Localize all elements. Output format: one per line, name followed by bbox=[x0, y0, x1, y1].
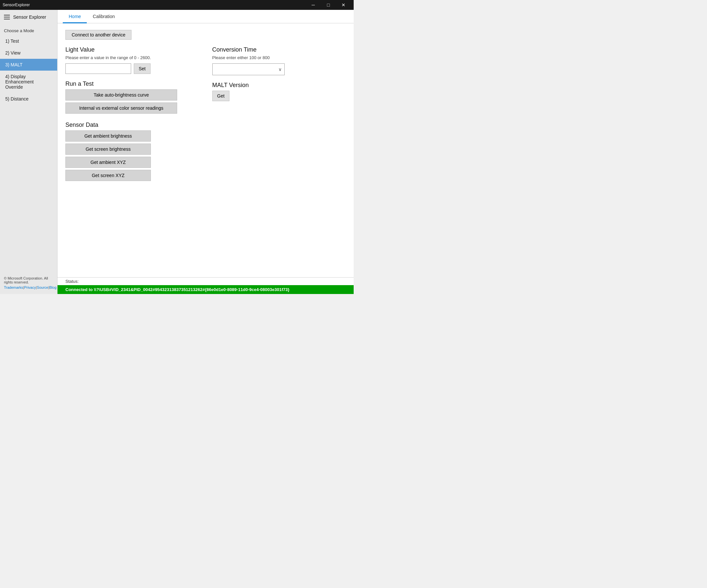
hamburger-line-1 bbox=[4, 15, 10, 15]
get-ambient-brightness-button[interactable]: Get ambient brightness bbox=[65, 131, 151, 142]
blog-link[interactable]: Blog bbox=[49, 286, 57, 289]
conversion-time-select[interactable]: ∨ bbox=[212, 63, 284, 75]
sidebar-header: Sensor Explorer bbox=[0, 10, 57, 24]
content-area: Connect to another device Light Value Pl… bbox=[58, 23, 354, 277]
status-label: Status: bbox=[58, 278, 354, 285]
light-value-desc: Please enter a value in the range of 0 -… bbox=[65, 55, 199, 60]
sensor-data-section: Sensor Data Get ambient brightness Get s… bbox=[65, 121, 199, 181]
conversion-time-title: Conversion Time bbox=[212, 46, 346, 53]
hamburger-icon[interactable] bbox=[4, 15, 10, 20]
get-screen-xyz-button[interactable]: Get screen XYZ bbox=[65, 170, 151, 181]
malt-version-title: MALT Version bbox=[212, 82, 346, 89]
status-connected: Connected to \\?\USB#VID_2341&PID_0042#9… bbox=[58, 285, 354, 294]
sidebar-item-test[interactable]: 1) Test bbox=[0, 35, 57, 47]
sidebar-footer: © Microsoft Corporation. All rights rese… bbox=[0, 272, 57, 294]
connect-button[interactable]: Connect to another device bbox=[65, 30, 132, 40]
sidebar-item-malt[interactable]: 3) MALT bbox=[0, 59, 57, 71]
sidebar-section-label: Choose a Mode bbox=[0, 24, 57, 35]
trademarks-link[interactable]: Trademarks bbox=[4, 286, 23, 289]
tab-home[interactable]: Home bbox=[63, 10, 87, 23]
malt-version-get-button[interactable]: Get bbox=[212, 91, 230, 101]
conversion-time-section: Conversion Time Please enter either 100 … bbox=[212, 46, 346, 75]
sensor-data-title: Sensor Data bbox=[65, 121, 199, 128]
two-column-layout: Light Value Please enter a value in the … bbox=[65, 46, 346, 188]
minimize-button[interactable]: ─ bbox=[306, 0, 321, 10]
close-button[interactable]: ✕ bbox=[336, 0, 351, 10]
auto-brightness-button[interactable]: Take auto-brightness curve bbox=[65, 89, 177, 101]
sidebar-item-view[interactable]: 2) View bbox=[0, 47, 57, 59]
status-bar: Status: Connected to \\?\USB#VID_2341&PI… bbox=[58, 277, 354, 294]
source-link[interactable]: Source bbox=[37, 286, 48, 289]
light-value-row: Set bbox=[65, 63, 199, 74]
copyright: © Microsoft Corporation. All rights rese… bbox=[4, 276, 53, 284]
hamburger-line-3 bbox=[4, 19, 10, 20]
light-value-section: Light Value Please enter a value in the … bbox=[65, 46, 199, 74]
sidebar-title: Sensor Explorer bbox=[13, 14, 46, 20]
get-screen-brightness-button[interactable]: Get screen brightness bbox=[65, 144, 151, 155]
color-sensor-button[interactable]: Internal vs external color sensor readin… bbox=[65, 103, 177, 114]
title-bar-left: SensorExplorer bbox=[3, 3, 30, 7]
col-left: Light Value Please enter a value in the … bbox=[65, 46, 199, 188]
title-bar: SensorExplorer ─ □ ✕ bbox=[0, 0, 354, 10]
light-value-input[interactable] bbox=[65, 63, 131, 74]
tab-calibration[interactable]: Calibration bbox=[87, 10, 121, 23]
sidebar-item-display[interactable]: 4) Display Enhancement Override bbox=[0, 71, 57, 93]
maximize-button[interactable]: □ bbox=[321, 0, 336, 10]
main-content: Home Calibration Connect to another devi… bbox=[58, 10, 354, 294]
tab-bar: Home Calibration bbox=[58, 10, 354, 23]
app-container: Sensor Explorer Choose a Mode 1) Test 2)… bbox=[0, 10, 354, 294]
conversion-time-desc: Please enter either 100 or 800 bbox=[212, 55, 346, 60]
malt-version-section: MALT Version Get bbox=[212, 82, 346, 101]
sidebar-item-distance[interactable]: 5) Distance bbox=[0, 93, 57, 105]
run-test-section: Run a Test Take auto-brightness curve In… bbox=[65, 80, 199, 114]
hamburger-line-2 bbox=[4, 17, 10, 17]
light-value-title: Light Value bbox=[65, 46, 199, 53]
set-button[interactable]: Set bbox=[134, 63, 150, 74]
app-title: SensorExplorer bbox=[3, 3, 30, 7]
privacy-link[interactable]: Privacy bbox=[24, 286, 36, 289]
chevron-down-icon: ∨ bbox=[278, 67, 282, 72]
run-test-title: Run a Test bbox=[65, 80, 199, 87]
sidebar-links: Trademarks | Privacy | Source | Blog bbox=[4, 286, 53, 289]
col-right: Conversion Time Please enter either 100 … bbox=[212, 46, 346, 188]
sidebar: Sensor Explorer Choose a Mode 1) Test 2)… bbox=[0, 10, 58, 294]
title-bar-controls: ─ □ ✕ bbox=[306, 0, 351, 10]
get-ambient-xyz-button[interactable]: Get ambient XYZ bbox=[65, 157, 151, 168]
